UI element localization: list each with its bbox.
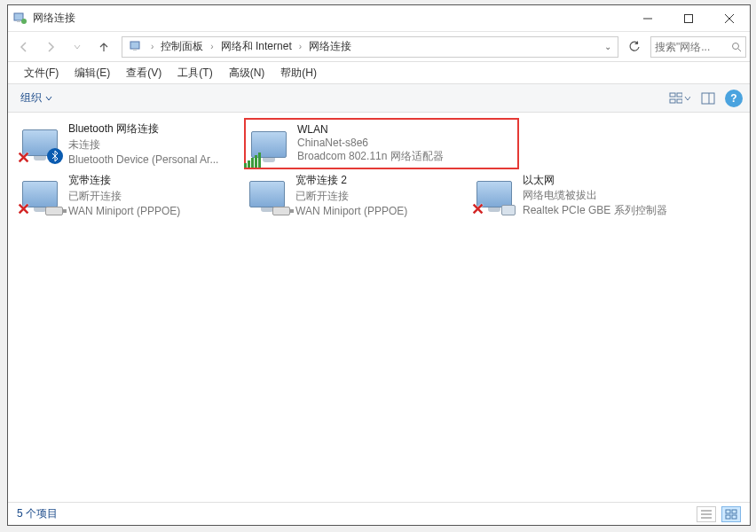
view-layout-button[interactable] [668, 89, 691, 108]
organize-button[interactable]: 组织 [15, 87, 58, 109]
wifi-signal-icon [244, 153, 261, 168]
connection-item[interactable]: ✕Bluetooth 网络连接未连接Bluetooth Device (Pers… [17, 118, 244, 169]
address-bar[interactable]: › 控制面板 › 网络和 Internet › 网络连接 ⌄ [122, 36, 618, 58]
svg-rect-0 [14, 13, 23, 20]
connection-status: 已断开连接 [295, 189, 407, 204]
details-view-button[interactable] [697, 506, 716, 522]
menu-tools[interactable]: 工具(T) [170, 63, 219, 83]
chevron-right-icon[interactable]: › [149, 42, 155, 51]
window-title: 网络连接 [33, 11, 627, 26]
menu-advanced[interactable]: 高级(N) [222, 63, 272, 83]
connection-device: Broadcom 802.11n 网络适配器 [297, 149, 444, 164]
window-controls [627, 5, 750, 31]
wan-plug-icon [272, 207, 290, 215]
connection-status: 已断开连接 [68, 189, 180, 204]
breadcrumb-item[interactable]: 网络和 Internet [216, 37, 297, 57]
connection-device: Bluetooth Device (Personal Ar... [68, 153, 218, 166]
connection-icon: ✕ [19, 121, 61, 164]
svg-rect-1 [17, 20, 20, 22]
svg-rect-11 [670, 93, 675, 97]
connection-item[interactable]: WLANChinaNet-s8e6Broadcom 802.11n 网络适配器 [244, 118, 519, 169]
svg-rect-8 [133, 49, 137, 51]
svg-rect-20 [726, 510, 730, 513]
maximize-button[interactable] [668, 5, 709, 31]
breadcrumb-item[interactable]: 网络连接 [303, 37, 357, 57]
organize-label: 组织 [20, 90, 42, 106]
help-button[interactable]: ? [725, 90, 743, 107]
breadcrumb-item[interactable]: 控制面板 [155, 37, 209, 57]
svg-rect-4 [685, 14, 693, 22]
chevron-right-icon[interactable]: › [297, 42, 303, 51]
svg-rect-7 [130, 42, 139, 49]
connection-item[interactable]: 宽带连接 2已断开连接WAN Miniport (PPPOE) [244, 169, 471, 221]
connection-name: 以太网 [523, 173, 667, 187]
connection-name: Bluetooth 网络连接 [68, 121, 218, 137]
svg-rect-15 [702, 93, 714, 104]
connection-icon [246, 173, 288, 215]
search-input[interactable] [655, 41, 726, 53]
connection-icon: ✕ [473, 173, 516, 215]
bluetooth-icon [47, 148, 63, 164]
connection-name: WLAN [297, 123, 444, 136]
title-bar: 网络连接 [8, 5, 750, 32]
connection-name: 宽带连接 2 [295, 173, 407, 188]
connection-status: 网络电缆被拔出 [523, 188, 667, 202]
item-count: 5 个项目 [17, 506, 58, 521]
menu-file[interactable]: 文件(F) [17, 63, 66, 83]
content-area: ✕Bluetooth 网络连接未连接Bluetooth Device (Pers… [8, 113, 750, 502]
address-dropdown[interactable]: ⌄ [600, 42, 616, 51]
preview-pane-button[interactable] [697, 89, 720, 108]
svg-rect-14 [677, 99, 682, 103]
connection-status: ChinaNet-s8e6 [297, 137, 444, 149]
connection-device: Realtek PCIe GBE 系列控制器 [523, 203, 667, 217]
svg-rect-12 [677, 93, 682, 97]
up-button[interactable] [91, 35, 116, 59]
search-box[interactable] [650, 36, 746, 58]
chevron-down-icon [45, 95, 52, 102]
svg-rect-22 [726, 515, 730, 519]
menu-edit[interactable]: 编辑(E) [67, 63, 117, 83]
svg-rect-23 [732, 515, 736, 519]
close-button[interactable] [709, 5, 750, 31]
address-icon [124, 37, 149, 57]
wan-plug-icon [45, 207, 63, 215]
connection-icon [248, 123, 290, 166]
connection-item[interactable]: ✕宽带连接已断开连接WAN Miniport (PPPOE) [17, 169, 244, 221]
svg-rect-21 [732, 510, 736, 513]
menu-help[interactable]: 帮助(H) [273, 63, 324, 83]
ethernet-plug-icon [501, 205, 516, 215]
status-bar: 5 个项目 [8, 502, 750, 525]
connection-icon: ✕ [19, 173, 61, 215]
forward-button[interactable] [38, 35, 63, 59]
chevron-right-icon[interactable]: › [209, 42, 215, 51]
window: 网络连接 › 控制面板 › 网络和 Internet › 网络连接 ⌄ [7, 4, 751, 526]
minimize-button[interactable] [627, 5, 668, 31]
connection-name: 宽带连接 [68, 173, 180, 188]
tiles-view-button[interactable] [721, 506, 741, 522]
menu-bar: 文件(F) 编辑(E) 查看(V) 工具(T) 高级(N) 帮助(H) [8, 62, 750, 84]
search-icon [731, 42, 742, 52]
app-icon [8, 12, 33, 26]
svg-rect-13 [670, 99, 675, 103]
menu-view[interactable]: 查看(V) [119, 63, 169, 83]
command-bar: 组织 ? [8, 84, 750, 113]
connection-device: WAN Miniport (PPPOE) [295, 205, 407, 217]
svg-line-10 [738, 49, 741, 51]
recent-dropdown[interactable] [65, 35, 90, 59]
refresh-button[interactable] [624, 36, 645, 58]
connection-device: WAN Miniport (PPPOE) [68, 205, 180, 217]
svg-point-2 [21, 19, 27, 24]
back-button[interactable] [12, 35, 36, 59]
navigation-bar: › 控制面板 › 网络和 Internet › 网络连接 ⌄ [8, 32, 750, 62]
connection-status: 未连接 [68, 137, 218, 153]
svg-point-9 [733, 43, 739, 49]
connection-item[interactable]: ✕以太网网络电缆被拔出Realtek PCIe GBE 系列控制器 [471, 169, 698, 221]
